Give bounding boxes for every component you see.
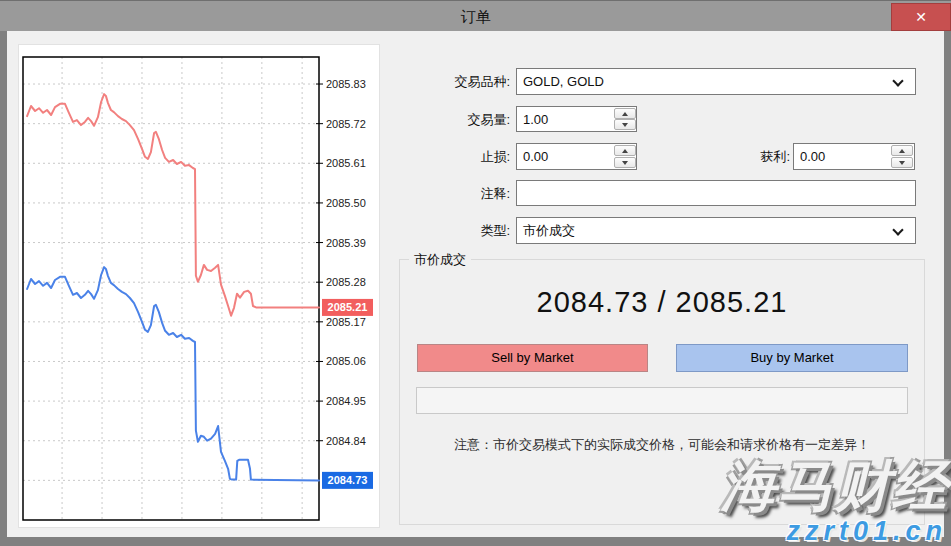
comment-label: 注释: [400, 185, 510, 203]
arrow-down-icon [899, 161, 905, 165]
tp-spin-up-button[interactable] [891, 145, 913, 156]
price-chart-panel: 2085.832085.722085.612085.502085.392085.… [18, 44, 380, 528]
quote-display: 2084.73 / 2085.21 [400, 286, 924, 319]
svg-text:2085.28: 2085.28 [326, 276, 366, 288]
svg-text:2085.61: 2085.61 [326, 157, 366, 169]
sl-spin-down-button[interactable] [614, 157, 636, 168]
group-title: 市价成交 [409, 251, 471, 269]
symbol-select[interactable]: GOLD, GOLD [516, 68, 916, 95]
svg-text:2085.72: 2085.72 [326, 118, 366, 130]
comment-input[interactable] [516, 180, 916, 206]
page-title: 订单 [0, 1, 951, 32]
symbol-value: GOLD, GOLD [523, 74, 604, 89]
sl-spin-up-button[interactable] [614, 145, 636, 156]
arrow-down-icon [622, 123, 628, 127]
svg-text:2085.83: 2085.83 [326, 78, 366, 90]
sl-label: 止损: [400, 148, 510, 166]
tp-label: 获利: [730, 148, 790, 166]
tp-spin-down-button[interactable] [891, 157, 913, 168]
volume-label: 交易量: [400, 111, 510, 129]
sell-button[interactable]: Sell by Market [417, 344, 648, 372]
type-select[interactable]: 市价成交 [516, 217, 916, 244]
price-chart-svg: 2085.832085.722085.612085.502085.392085.… [19, 45, 379, 527]
sl-spinner [614, 145, 636, 168]
svg-text:2084.84: 2084.84 [326, 435, 366, 447]
order-dialog: 订单 ✕ 2085.832085.722085.612085.502085.39… [0, 0, 951, 546]
buy-button[interactable]: Buy by Market [676, 344, 908, 372]
arrow-down-icon [622, 161, 628, 165]
arrow-up-icon [899, 149, 905, 153]
close-button[interactable]: ✕ [891, 3, 951, 31]
svg-text:2085.39: 2085.39 [326, 237, 366, 249]
svg-text:2085.21: 2085.21 [328, 301, 368, 313]
svg-text:2084.73: 2084.73 [328, 474, 368, 486]
type-value: 市价成交 [523, 222, 575, 240]
volume-spin-down-button[interactable] [614, 119, 636, 130]
volume-spinner [614, 108, 636, 130]
svg-text:2085.50: 2085.50 [326, 197, 366, 209]
watermark-site: zzrt01.cn [786, 516, 947, 546]
symbol-label: 交易品种: [400, 73, 510, 91]
title-bar: 订单 ✕ [0, 0, 951, 31]
chevron-down-icon [892, 75, 903, 86]
volume-spin-up-button[interactable] [614, 108, 636, 119]
arrow-up-icon [622, 112, 628, 116]
type-label: 类型: [400, 222, 510, 240]
progress-bar [416, 387, 908, 414]
svg-text:2084.95: 2084.95 [326, 395, 366, 407]
close-icon: ✕ [915, 9, 927, 25]
watermark-brand: 海马财经 [721, 450, 949, 524]
tp-spinner [891, 145, 913, 168]
svg-text:2085.17: 2085.17 [326, 316, 366, 328]
svg-text:2085.06: 2085.06 [326, 355, 366, 367]
chevron-down-icon [892, 224, 903, 235]
arrow-up-icon [622, 149, 628, 153]
